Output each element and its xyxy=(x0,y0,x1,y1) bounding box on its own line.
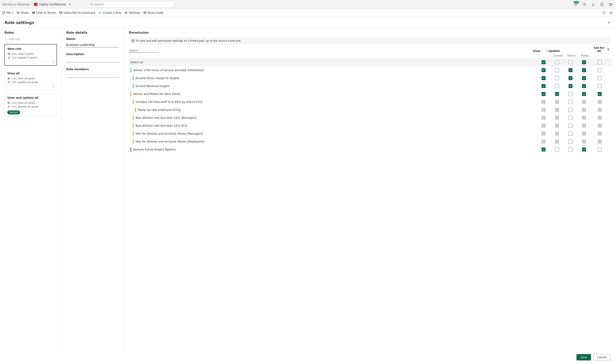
star-icon[interactable] xyxy=(609,11,613,14)
read-mode-button[interactable]: Read mode xyxy=(143,11,163,14)
checkbox[interactable] xyxy=(569,92,573,96)
subscribe-label: Subscribe to scorecard xyxy=(64,11,95,14)
more-icon[interactable]: ⋮ xyxy=(52,85,55,88)
info-icon xyxy=(607,48,609,51)
teams-icon xyxy=(32,11,35,14)
role-card[interactable]: View and update all Can view all goals C… xyxy=(4,93,57,117)
checkbox[interactable] xyxy=(582,76,586,80)
checkbox[interactable] xyxy=(542,68,545,72)
svg-point-18 xyxy=(9,103,9,103)
file-menu[interactable]: File ▾ xyxy=(2,11,13,14)
settings-button[interactable]: Settings xyxy=(124,11,140,14)
close-button[interactable]: ✕ xyxy=(608,21,610,25)
checkbox[interactable] xyxy=(598,147,602,152)
col-current-header: Current xyxy=(551,54,565,57)
chat-teams-button[interactable]: Chat in Teams xyxy=(32,11,56,14)
goal-row: Hire for Diverse and Inclusive Teams (Ma… xyxy=(129,130,613,138)
permission-column: Permission To view and edit permission s… xyxy=(124,27,615,352)
goal-row: Bad attrition rate less than 15% (Manage… xyxy=(129,114,613,122)
checkbox[interactable] xyxy=(598,84,602,88)
checkbox[interactable] xyxy=(598,92,602,96)
col-status-header: Status xyxy=(565,54,578,57)
checkbox[interactable] xyxy=(542,147,545,152)
search-input[interactable] xyxy=(94,3,172,6)
role-card[interactable]: View all Can view all goals Can update a… xyxy=(4,69,57,90)
chevron-down-icon[interactable]: ▼ xyxy=(69,3,70,5)
select-all-label: Select all xyxy=(130,61,537,64)
goal-color-bar xyxy=(130,68,131,72)
checkbox[interactable] xyxy=(569,147,573,152)
goal-text: Exceed Gross margin % targets xyxy=(136,77,537,80)
checkbox[interactable] xyxy=(582,60,586,64)
chat-label: Chat in Teams xyxy=(36,11,56,14)
add-role-button[interactable]: ＋ Add role xyxy=(4,37,57,41)
default-badge: Default xyxy=(7,110,20,114)
file-icon xyxy=(2,11,5,14)
checkbox[interactable] xyxy=(569,68,573,72)
goal-list[interactable]: Select all deliver 1700 hours of service… xyxy=(129,58,614,352)
checkbox[interactable] xyxy=(555,68,559,72)
role-members-input[interactable] xyxy=(66,73,119,78)
goal-color-bar xyxy=(130,147,131,152)
col-view-header[interactable]: View xyxy=(530,49,543,52)
col-update-header[interactable]: Update xyxy=(546,49,560,52)
goal-text: Bad attrition rate less than 15% (ICs) xyxy=(136,124,537,127)
goal-text: Attract and Retain the Best Talent xyxy=(133,92,537,96)
apps-icon[interactable] xyxy=(609,2,613,6)
col-setall-header[interactable]: Set for all xyxy=(592,46,609,52)
help-icon[interactable] xyxy=(600,2,604,6)
checkbox[interactable] xyxy=(569,84,573,88)
plus-icon: ＋ xyxy=(4,37,7,41)
permission-search-input[interactable] xyxy=(129,48,159,52)
checkbox[interactable] xyxy=(598,60,602,64)
refresh-icon[interactable] xyxy=(602,11,606,14)
role-card[interactable]: New role Can view 0 goals Can update 0 g… xyxy=(4,44,57,66)
subscribe-button[interactable]: Subscribe to scorecard xyxy=(59,11,95,14)
checkbox[interactable] xyxy=(542,60,545,64)
name-input[interactable] xyxy=(66,43,119,47)
checkbox[interactable] xyxy=(542,76,545,80)
chevron-up-icon xyxy=(546,50,548,52)
checkbox[interactable] xyxy=(569,100,573,104)
checkbox[interactable] xyxy=(582,84,586,88)
checkbox[interactable] xyxy=(569,108,573,112)
checkbox[interactable] xyxy=(569,132,573,136)
file-label: File xyxy=(6,11,11,14)
checkbox[interactable] xyxy=(569,140,573,143)
download-icon[interactable] xyxy=(591,2,595,6)
goal-row: deliver 1700 hours of service annually (… xyxy=(129,66,613,74)
checkbox[interactable] xyxy=(598,76,602,80)
checkbox[interactable] xyxy=(569,116,573,120)
goal-row: Exceed Gross margin % targets xyxy=(129,74,613,82)
classification-label[interactable]: Highly Confidential xyxy=(39,3,66,6)
checkbox[interactable] xyxy=(555,60,559,64)
cancel-button[interactable]: Cancel xyxy=(593,354,610,360)
checkbox[interactable] xyxy=(569,124,573,128)
save-button[interactable]: Save xyxy=(576,354,591,360)
checkbox-disabled xyxy=(582,140,586,143)
checkbox[interactable] xyxy=(542,92,545,96)
description-input[interactable] xyxy=(66,58,119,63)
checkbox[interactable] xyxy=(555,147,559,152)
notifications-icon[interactable]: 119 xyxy=(574,2,578,6)
checkbox[interactable] xyxy=(582,147,586,152)
svg-rect-13 xyxy=(144,12,146,14)
checkbox[interactable] xyxy=(582,68,586,72)
more-icon[interactable]: ⋮ xyxy=(52,61,55,64)
checkbox[interactable] xyxy=(569,60,573,64)
checkbox[interactable] xyxy=(582,92,586,96)
create-flow-button[interactable]: Create a flow xyxy=(98,11,121,14)
checkbox[interactable] xyxy=(598,68,602,72)
share-button[interactable]: Share xyxy=(16,11,28,14)
panel-footer: Save Cancel xyxy=(0,352,615,363)
checkbox[interactable] xyxy=(542,84,545,88)
checkbox-disabled xyxy=(582,132,586,136)
info-icon xyxy=(132,39,134,42)
goal-text: Nurture Future Project Pipeline xyxy=(133,148,537,151)
checkbox[interactable] xyxy=(555,84,559,88)
search-box[interactable] xyxy=(88,1,174,7)
checkbox[interactable] xyxy=(555,92,559,96)
checkbox[interactable] xyxy=(555,76,559,80)
gear-icon[interactable] xyxy=(582,2,587,6)
checkbox[interactable] xyxy=(569,76,573,80)
